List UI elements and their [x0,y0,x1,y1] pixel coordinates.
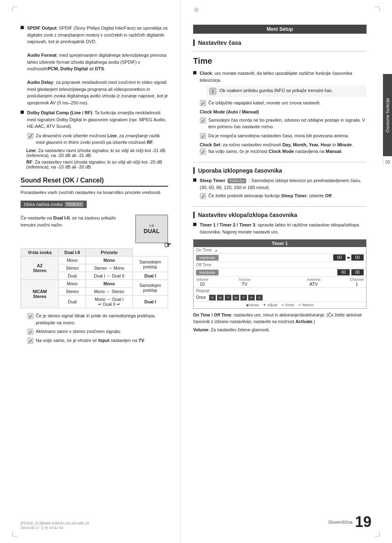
inactivate-button-off[interactable]: Inactivate [196,270,219,275]
table-row: NICAMStereo Mono Mono Samodejenpreklop [21,280,168,288]
note-line: Za dinamični zvok izberite možnost Line,… [27,132,168,146]
note-stereo-text: Če je stereo signal šibak in pride do sa… [36,312,168,326]
dual-sublabel: I-II [150,224,154,228]
nastavitev-casa-heading: Nastavitev časa [193,39,367,46]
separator [193,51,367,51]
volume-item: Volume 10 [196,277,208,287]
off-time-row: Inactivate 00 00 [194,268,366,277]
note-stereo-weak: Če je stereo signal šibak in pride do sa… [27,312,168,326]
day-sun: S [209,295,216,300]
table-cell: Mono [86,256,132,264]
note-sleep-off: Če želite prekiniti delovanje funkcije S… [200,192,367,199]
bullet-icon [193,71,196,74]
audio-delay-heading: Audio Delay [27,80,53,85]
dual-label: DUAL [144,228,160,234]
pen-icon-9 [200,193,206,199]
nav-move: ◆ Move [246,303,259,307]
page-number: 19 [355,513,371,531]
clock-set-text: Clock Set: za ročno nastavitev možnosti … [200,141,367,148]
separator-2 [193,162,367,162]
timer-onoff-desc: On Time / Off Time: nastavitev ure, minu… [193,312,367,325]
inactivate-button-on[interactable]: Inactivate [196,255,219,261]
nav-adjust: ✦ Adjust [263,303,277,307]
on-time-label: On Time ▲ [194,247,366,254]
izbira-content: Če nastavite na Dual I-II, se na zaslonu… [21,215,168,243]
clock-section: Clock: uro morate nastaviti, da lahko up… [193,70,367,157]
pen-icon-2 [27,313,34,319]
pen-icon [27,133,34,139]
day-tue: T [225,295,231,300]
tools-badge-sleep: TOOLS♬ [228,178,246,183]
time-heading: Time [193,56,367,66]
day-mon: M [217,295,224,300]
sound-reset-text: Ponastavitev vseh zvočnih nastavitev na … [21,189,168,196]
repeat-row: Repeat Once S M T W T F S [194,288,366,302]
bullet-icon [193,178,196,182]
izbira-heading-box: Izbira načina zvoka TOOLS♬ [21,201,87,208]
bullet-icon [193,223,196,226]
sound-mode-table: Vrsta zvoka Dual I-II Privzeto A2Stereo … [21,248,168,308]
off-val-2: 00 [351,269,364,275]
antenna-item: Antenna ATV [281,277,346,287]
page-footer: [PC530_XC]BN68-02693A-02L09.indb 19 2010… [0,513,392,531]
language-label: Slovenščina [328,520,353,525]
clock-mode-heading: Clock Mode (Auto / Manual) [200,109,367,116]
info-icon: i [209,87,217,95]
audio-format-heading: Audio Format [27,53,57,58]
table-cell-group-a2: A2Stereo [21,256,59,280]
table-header-dual: Dual I-II [59,249,86,256]
source-item: Source TV [212,277,277,287]
timer1-box: Timer 1 On Time ▲ Inactivate 00 00 Off T… [193,239,367,309]
dolby-text: Dolby Digital Comp (Line / RF): Ta funkc… [27,109,168,130]
table-cell: Dual I ↔ Dual II [86,272,132,280]
table-row: A2Stereo Mono Mono Samodejenpreklop [21,256,168,264]
table-cell: Mono ↔ Dual I↵ Dual II ↵ [86,296,132,308]
pen-icon-5 [200,100,206,106]
table-cell: Mono [86,280,132,288]
hand-icon: ☞ [164,240,171,250]
tools-badge: TOOLS♬ [65,202,83,207]
colon-on [347,257,350,259]
repeat-days: S M T W T F S [209,295,263,300]
day-sat: S [256,295,263,300]
pen-icon-6 [200,117,206,124]
note-stereo-only: Aktivirano samo v stereo zvočnem signalu… [27,328,168,335]
table-cell: Dual I [132,296,168,308]
off-val-1: 00 [337,269,350,275]
note-clock-set: Na voljo samo, če je možnost Clock Mode … [200,148,367,155]
table-cell: Mono [59,280,86,288]
pen-icon-3 [27,328,34,335]
table-cell: Samodejenpreklop [132,256,168,272]
uporaba-heading: Uporaba izklopnega časovnika [193,167,367,174]
on-time-row: Inactivate 00 00 [194,254,366,262]
dual-display: I-II DUAL ☞ [135,215,168,243]
rf-description: RF: Za nastavitev ravni izhoda signalov,… [26,159,168,169]
bullet-icon [21,26,24,29]
chapter-tab: Osnovne funkcije [383,74,392,156]
nav-return: ↩ Return [298,303,314,307]
izbira-heading-row: Izbira načina zvoka TOOLS♬ [21,201,168,211]
pen-icon-4 [27,337,34,344]
table-cell: Samodejenpreklop [132,280,168,296]
table-cell: Stereo [59,288,86,296]
svg-text:i: i [212,89,213,95]
table-cell: Stereo [59,264,86,272]
note-cable: Če izključite napajalni kabel, morate ur… [200,99,367,106]
table-header-default: Privzeto [86,249,132,256]
nastavitev-vklopa-heading: Nastavitev vklopa/izklopa časovnika [193,212,367,218]
pen-icon-7 [200,133,206,139]
sleep-timer-section: Sleep Timer TOOLS♬ : Samodejno izklopi t… [193,177,367,201]
right-column: Meni Setup Nastavitev časa Time Clock: u… [181,0,383,543]
spdif-section: SPDIF Output: SPDIF (Sony Philips Digita… [21,25,168,106]
sound-reset-heading: Sound Reset (OK / Cancel) [21,177,168,187]
menu-setup-header: Meni Setup [193,25,367,34]
channel-item: Channel 1 [350,277,364,287]
dolby-section: Dolby Digital Comp (Line / RF): Ta funkc… [21,109,168,130]
pen-icon-8 [200,148,206,155]
on-val-1: 00 [333,254,346,261]
note-clock-antenna: Da je mogoča samodejna nastavitev časa, … [200,132,367,139]
note-stereo-only-text: Aktivirano samo v stereo zvočnem signalu… [36,328,168,335]
note-clock-auto: Samodejni čas morda ne bo pravilen, odvi… [200,117,367,130]
crosshair-decoration: ⊕ [194,6,199,14]
left-column: SPDIF Output: SPDIF (Sony Philips Digita… [0,0,181,543]
